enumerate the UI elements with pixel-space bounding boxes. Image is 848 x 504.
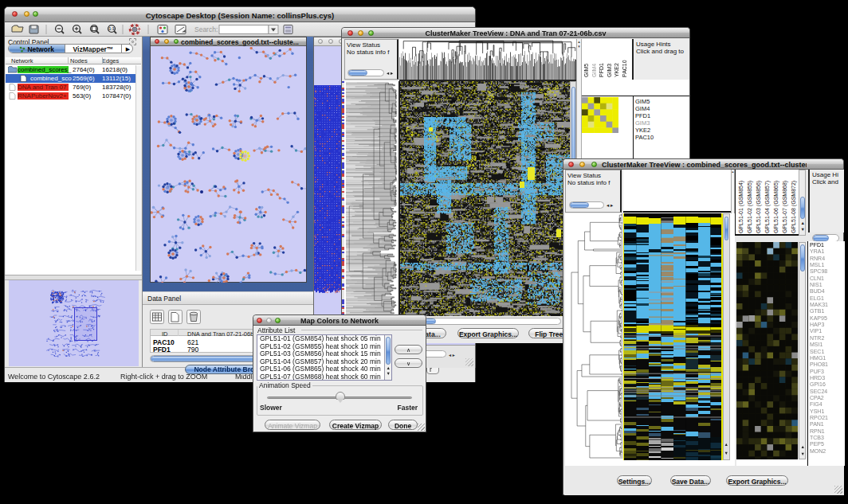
svg-text:1:1: 1:1 bbox=[108, 26, 114, 31]
svg-text:Search:: Search: bbox=[194, 25, 218, 33]
